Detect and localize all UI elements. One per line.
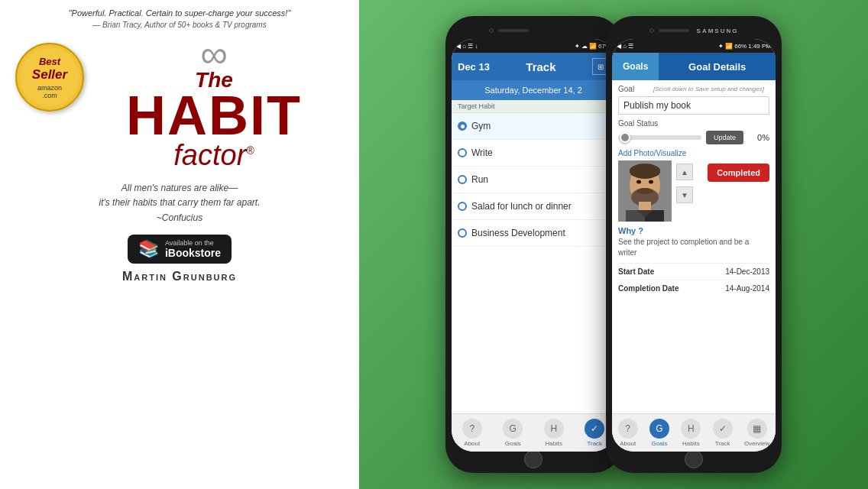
goal-status-label: Goal Status xyxy=(618,119,769,128)
svg-point-5 xyxy=(636,180,641,184)
track2-icon: ✓ xyxy=(713,419,733,439)
ibookstore-badge[interactable]: 📚 Available on the iBookstore xyxy=(128,235,232,264)
amazon-text: amazon xyxy=(37,84,62,92)
salad-radio[interactable] xyxy=(458,202,467,211)
habit-item-write[interactable]: Write xyxy=(452,140,615,167)
habit-item-salad[interactable]: Salad for lunch or dinner xyxy=(452,193,615,220)
goal-hint: [Scroll down to Save setup and changes] xyxy=(653,86,764,92)
phone1-top-bar: SAMSUNG xyxy=(452,22,615,39)
phone2-home-btn[interactable] xyxy=(685,450,703,468)
phone2-bottom-bar xyxy=(612,452,776,467)
phone2-brand: SAMSUNG xyxy=(697,28,739,34)
phone2-speaker xyxy=(659,29,689,32)
goal-input[interactable]: Publish my book xyxy=(618,96,769,115)
business-name: Business Development xyxy=(471,228,565,238)
nav2-track[interactable]: ✓ Track xyxy=(713,419,733,447)
phone1-status-left: ◀ ⌂ ☰ ↓ xyxy=(456,43,478,50)
svg-rect-4 xyxy=(630,167,660,176)
write-name: Write xyxy=(471,147,493,158)
habit-item-gym[interactable]: Gym xyxy=(452,113,615,140)
nav-goals[interactable]: G Goals xyxy=(503,419,523,447)
why-text: See the project to completion and be a w… xyxy=(618,237,769,258)
goals-icon: G xyxy=(503,419,523,439)
phone2-bottom-nav: ? About G Goals H Habits ✓ xyxy=(612,413,776,452)
book-quote: "Powerful. Practical. Certain to super-c… xyxy=(69,8,291,19)
start-date-label: Start Date xyxy=(618,267,654,276)
phone1-home-btn[interactable] xyxy=(524,450,542,468)
nav-track[interactable]: ✓ Track xyxy=(585,419,604,447)
photo-arrow-down[interactable]: ▼ xyxy=(676,186,693,203)
habits-icon: H xyxy=(544,419,564,439)
track2-label: Track xyxy=(715,440,730,447)
svg-point-8 xyxy=(637,188,653,194)
completion-date-value: 14-Aug-2014 xyxy=(725,284,769,293)
book-title-area: ∞ The HABIT factor® xyxy=(84,35,344,170)
habit-item-run[interactable]: Run xyxy=(452,167,615,193)
nav-habits[interactable]: H Habits xyxy=(544,419,564,447)
person-photo xyxy=(618,160,672,222)
phone1-status-bar: ◀ ⌂ ☰ ↓ ✦ ☁ 📶 67% xyxy=(452,39,615,53)
goals2-icon: G xyxy=(649,419,669,439)
slider-row: Update 0% xyxy=(618,131,769,144)
phone1-habit-list: Gym Write Run Salad for lunch or di xyxy=(452,113,615,247)
ibookstore-text: iBookstore xyxy=(165,247,221,259)
photo-controls: ▲ ▼ xyxy=(676,160,693,203)
about2-label: About xyxy=(620,440,636,447)
goals-tab[interactable]: Goals xyxy=(612,53,659,80)
phone2-goals-header: Goals Goal Details xyxy=(612,53,776,80)
phone1-status-icons: ✦ ☁ 📶 67% xyxy=(575,43,611,50)
write-radio[interactable] xyxy=(458,148,467,157)
phone2-status-left: ◀ ⌂ ☰ xyxy=(617,43,633,50)
phone2-top-bar: SAMSUNG xyxy=(612,22,776,39)
start-date-value: 14-Dec-2013 xyxy=(725,267,769,276)
goals-label: Goals xyxy=(505,440,521,447)
slider-thumb[interactable] xyxy=(620,132,630,143)
habit-text: HABIT xyxy=(126,91,302,141)
overview2-icon: ▦ xyxy=(747,419,767,439)
phone2-status-right: ✦ 📶 66% 1:49 PM xyxy=(718,43,771,50)
phone2-screen-container: ◀ ⌂ ☰ ✦ 📶 66% 1:49 PM Goals Goal Details xyxy=(612,39,776,452)
completed-button[interactable]: Completed xyxy=(708,164,769,182)
run-name: Run xyxy=(471,174,488,185)
phone1-speaker xyxy=(498,29,529,32)
dotcom-text: .com xyxy=(42,92,57,99)
nav2-goals[interactable]: G Goals xyxy=(649,419,669,447)
nav2-about[interactable]: ? About xyxy=(618,419,638,447)
phone1-header-date: Dec 13 xyxy=(458,61,490,73)
phone1-screen: ◀ ⌂ ☰ ↓ ✦ ☁ 📶 67% Dec 13 Track ⊞ xyxy=(452,39,615,452)
phone2: SAMSUNG ◀ ⌂ ☰ ✦ 📶 66% 1:49 PM xyxy=(606,16,782,473)
phone1-header-title: Track xyxy=(494,60,588,73)
nav2-habits[interactable]: H Habits xyxy=(681,419,701,447)
gym-radio[interactable] xyxy=(458,121,467,131)
nav2-overview[interactable]: ▦ Overview xyxy=(744,419,769,447)
goal-status-row: Goal Status Update 0% xyxy=(618,119,769,144)
bestseller-badge: Best Seller amazon .com xyxy=(15,43,84,112)
phone1-app-header: Dec 13 Track ⊞ xyxy=(452,53,615,80)
update-button[interactable]: Update xyxy=(706,131,743,144)
best-text: Best xyxy=(39,56,60,67)
available-text: Available on the xyxy=(165,239,221,247)
about2-icon: ? xyxy=(618,419,638,439)
ibook-icon: 📚 xyxy=(138,239,159,259)
habit-item-business[interactable]: Business Development xyxy=(452,220,615,247)
phone1-date-bar: Saturday, December 14, 2 xyxy=(452,80,615,100)
nav-about[interactable]: ? About xyxy=(462,419,482,447)
confucius-quote: All men's natures are alike— it's their … xyxy=(99,181,260,225)
track-label: Track xyxy=(587,440,602,447)
svg-point-6 xyxy=(649,180,653,184)
book-content-area: Best Seller amazon .com ∞ The HABIT fact… xyxy=(15,35,344,170)
slider-track[interactable] xyxy=(618,135,701,140)
phone1: SAMSUNG ◀ ⌂ ☰ ↓ ✦ ☁ 📶 67% Dec 13 xyxy=(445,16,621,473)
business-radio[interactable] xyxy=(458,228,467,238)
photo-placeholder[interactable] xyxy=(618,160,672,222)
run-radio[interactable] xyxy=(458,175,467,184)
factor-text: factor® xyxy=(173,141,254,170)
percent-text: 0% xyxy=(748,133,769,142)
add-photo-label[interactable]: Add Photo/Visualize xyxy=(618,149,769,157)
goals2-label: Goals xyxy=(652,440,668,447)
photo-arrow-up[interactable]: ▲ xyxy=(676,164,693,180)
habits2-label: Habits xyxy=(682,440,700,447)
overview2-label: Overview xyxy=(744,440,769,447)
phone1-bottom-nav: ? About G Goals H Habits ✓ xyxy=(452,413,615,452)
about-icon: ? xyxy=(462,419,482,439)
